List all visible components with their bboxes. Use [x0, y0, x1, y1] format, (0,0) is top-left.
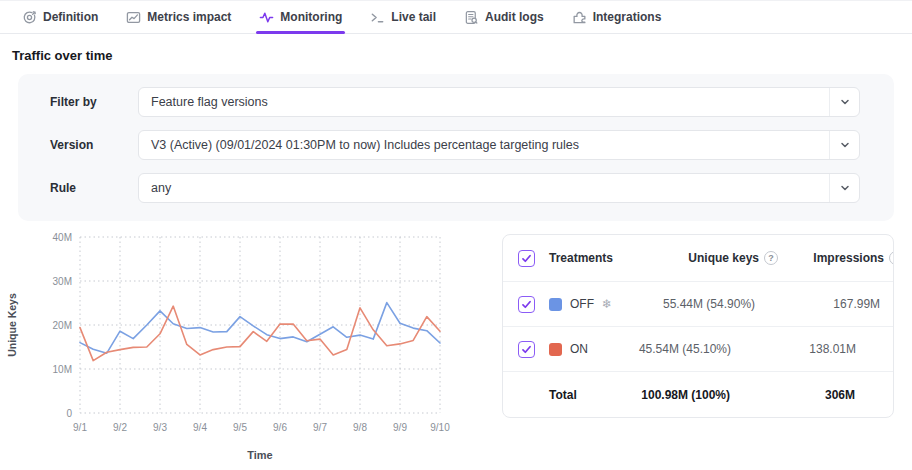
table-row-off: OFF ❄ 55.44M (54.90%) 167.99M [503, 282, 893, 327]
on-color-swatch [549, 343, 562, 356]
chevron-down-icon[interactable] [829, 174, 859, 202]
tab-label: Audit logs [485, 10, 544, 24]
version-value: V3 (Active) (09/01/2024 01:30PM to now) … [139, 131, 829, 159]
total-impressions: 306M [752, 388, 877, 402]
x-tick-label: 9/8 [353, 422, 367, 433]
table-row-total: Total 100.98M (100%) 306M [503, 372, 893, 417]
y-tick-label: 10M [53, 364, 72, 375]
y-tick-label: 20M [53, 320, 72, 331]
off-unique-keys: 55.44M (54.90%) [612, 297, 777, 311]
rule-value: any [139, 174, 829, 202]
chevron-down-icon[interactable] [829, 88, 859, 116]
tab-integrations[interactable]: Integrations [558, 1, 676, 33]
select-all-checkbox[interactable] [518, 250, 535, 267]
tab-label: Live tail [391, 10, 436, 24]
pulse-icon [259, 10, 274, 25]
off-color-swatch [549, 298, 562, 311]
treatment-name: ON [570, 342, 588, 356]
filter-by-select[interactable]: Feature flag versions [138, 87, 860, 117]
unique-keys-column-header: Unique keys ? [613, 251, 778, 265]
tab-label: Metrics impact [147, 10, 231, 24]
total-label: Total [549, 388, 587, 402]
x-tick-label: 9/10 [430, 422, 450, 433]
filter-row-version: Version V3 (Active) (09/01/2024 01:30PM … [50, 130, 860, 160]
series-line-on [80, 306, 440, 361]
tab-label: Integrations [593, 10, 662, 24]
total-unique-keys: 100.98M (100%) [587, 388, 752, 402]
version-select[interactable]: V3 (Active) (09/01/2024 01:30PM to now) … [138, 130, 860, 160]
x-tick-label: 9/1 [73, 422, 87, 433]
rule-label: Rule [50, 181, 138, 195]
on-impressions: 138.01M [753, 342, 878, 356]
traffic-chart: 010M20M30M40M9/19/29/39/49/59/69/79/89/9… [0, 225, 478, 467]
x-tick-label: 9/9 [393, 422, 407, 433]
tab-metrics-impact[interactable]: Metrics impact [112, 1, 245, 33]
tab-live-tail[interactable]: Live tail [356, 1, 450, 33]
tab-definition[interactable]: Definition [8, 1, 112, 33]
treatments-table: Treatments Unique keys ? Impressions ? O… [502, 234, 894, 418]
table-header-row: Treatments Unique keys ? Impressions ? [503, 235, 893, 282]
help-icon[interactable]: ? [764, 251, 778, 265]
terminal-icon [370, 10, 385, 25]
off-impressions: 167.99M [777, 297, 894, 311]
x-axis-title: Time [247, 449, 272, 461]
x-tick-label: 9/4 [193, 422, 207, 433]
table-row-on: ON 45.54M (45.10%) 138.01M [503, 327, 893, 372]
y-axis-title: Unique Keys [6, 293, 18, 357]
x-tick-label: 9/3 [153, 422, 167, 433]
y-tick-label: 0 [66, 408, 72, 419]
page-title: Traffic over time [0, 34, 912, 74]
tab-label: Definition [43, 10, 98, 24]
version-label: Version [50, 138, 138, 152]
x-tick-label: 9/2 [113, 422, 127, 433]
on-unique-keys: 45.54M (45.10%) [588, 342, 753, 356]
target-icon [22, 10, 37, 25]
line-chart-canvas: 010M20M30M40M9/19/29/39/49/59/69/79/89/9… [0, 225, 478, 463]
metrics-chart-icon [126, 10, 141, 25]
x-tick-label: 9/5 [233, 422, 247, 433]
snowflake-icon: ❄ [602, 297, 612, 311]
rule-select[interactable]: any [138, 173, 860, 203]
tab-monitoring[interactable]: Monitoring [245, 1, 356, 33]
tab-bar: Definition Metrics impact Monitoring Liv… [0, 0, 912, 34]
y-tick-label: 30M [53, 276, 72, 287]
filter-by-value: Feature flag versions [139, 88, 829, 116]
filter-row-rule: Rule any [50, 173, 860, 203]
x-tick-label: 9/6 [273, 422, 287, 433]
on-row-checkbox[interactable] [518, 341, 535, 358]
filter-panel: Filter by Feature flag versions Version … [18, 74, 894, 221]
off-row-checkbox[interactable] [518, 296, 535, 313]
treatments-column-header: Treatments [549, 251, 613, 265]
puzzle-icon [572, 10, 587, 25]
chevron-down-icon[interactable] [829, 131, 859, 159]
impressions-column-header: Impressions ? [778, 251, 894, 265]
audit-log-icon [464, 10, 479, 25]
tab-audit-logs[interactable]: Audit logs [450, 1, 558, 33]
filter-by-label: Filter by [50, 95, 138, 109]
monitoring-content: 010M20M30M40M9/19/29/39/49/59/69/79/89/9… [0, 221, 912, 467]
y-tick-label: 40M [53, 232, 72, 243]
filter-row-filter-by: Filter by Feature flag versions [50, 87, 860, 117]
help-icon[interactable]: ? [889, 251, 894, 265]
treatment-name: OFF [570, 297, 594, 311]
tab-label: Monitoring [280, 10, 342, 24]
x-tick-label: 9/7 [313, 422, 327, 433]
